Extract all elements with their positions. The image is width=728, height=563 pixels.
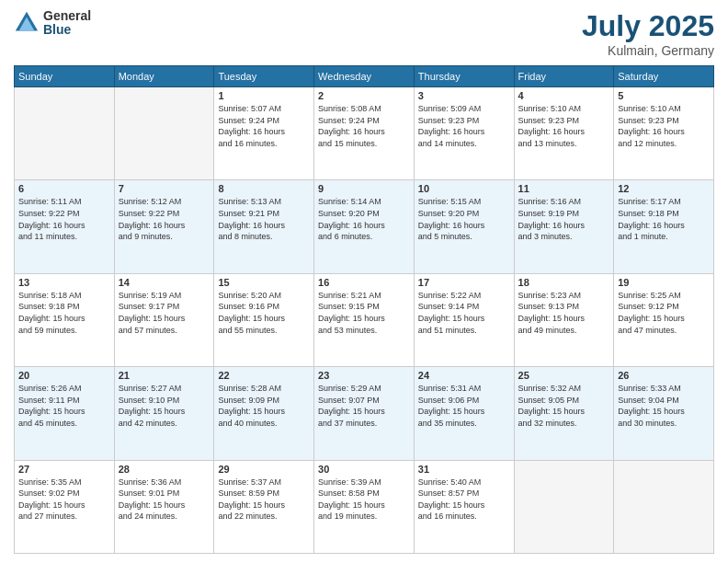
day-number: 9 <box>318 183 410 194</box>
calendar-cell: 3Sunrise: 5:09 AM Sunset: 9:23 PM Daylig… <box>414 87 514 180</box>
calendar-cell: 11Sunrise: 5:16 AM Sunset: 9:19 PM Dayli… <box>514 180 614 273</box>
weekday-header-friday: Friday <box>514 66 614 87</box>
day-number: 12 <box>618 183 710 194</box>
logo-text: General Blue <box>43 9 91 38</box>
day-number: 10 <box>418 183 510 194</box>
day-info: Sunrise: 5:13 AM Sunset: 9:21 PM Dayligh… <box>218 196 310 242</box>
logo-blue: Blue <box>43 23 91 37</box>
day-number: 30 <box>318 464 410 475</box>
day-number: 2 <box>318 90 410 101</box>
week-row-1: 1Sunrise: 5:07 AM Sunset: 9:24 PM Daylig… <box>15 87 714 180</box>
calendar-cell: 5Sunrise: 5:10 AM Sunset: 9:23 PM Daylig… <box>614 87 714 180</box>
calendar-cell: 14Sunrise: 5:19 AM Sunset: 9:17 PM Dayli… <box>114 273 214 366</box>
page: General Blue July 2025 Kulmain, Germany … <box>0 0 728 563</box>
logo-icon <box>14 10 40 36</box>
calendar-cell: 25Sunrise: 5:32 AM Sunset: 9:05 PM Dayli… <box>514 367 614 460</box>
day-number: 7 <box>119 183 210 194</box>
calendar-cell: 29Sunrise: 5:37 AM Sunset: 8:59 PM Dayli… <box>214 460 314 553</box>
week-row-5: 27Sunrise: 5:35 AM Sunset: 9:02 PM Dayli… <box>15 460 714 553</box>
day-info: Sunrise: 5:25 AM Sunset: 9:12 PM Dayligh… <box>618 290 710 336</box>
weekday-header-tuesday: Tuesday <box>214 66 314 87</box>
calendar-cell: 22Sunrise: 5:28 AM Sunset: 9:09 PM Dayli… <box>214 367 314 460</box>
day-number: 23 <box>318 370 410 381</box>
calendar-cell: 6Sunrise: 5:11 AM Sunset: 9:22 PM Daylig… <box>15 180 115 273</box>
day-number: 15 <box>218 277 310 288</box>
day-number: 11 <box>518 183 610 194</box>
day-number: 8 <box>218 183 310 194</box>
calendar-cell: 24Sunrise: 5:31 AM Sunset: 9:06 PM Dayli… <box>414 367 514 460</box>
day-info: Sunrise: 5:10 AM Sunset: 9:23 PM Dayligh… <box>618 103 710 149</box>
calendar-cell: 15Sunrise: 5:20 AM Sunset: 9:16 PM Dayli… <box>214 273 314 366</box>
day-info: Sunrise: 5:40 AM Sunset: 8:57 PM Dayligh… <box>418 477 510 523</box>
calendar-cell: 26Sunrise: 5:33 AM Sunset: 9:04 PM Dayli… <box>614 367 714 460</box>
day-info: Sunrise: 5:20 AM Sunset: 9:16 PM Dayligh… <box>218 290 310 336</box>
header: General Blue July 2025 Kulmain, Germany <box>14 9 714 58</box>
logo: General Blue <box>14 9 91 38</box>
day-number: 25 <box>518 370 610 381</box>
calendar-cell: 23Sunrise: 5:29 AM Sunset: 9:07 PM Dayli… <box>314 367 415 460</box>
day-number: 27 <box>18 464 110 475</box>
calendar-cell <box>114 87 214 180</box>
day-number: 19 <box>618 277 710 288</box>
calendar-cell: 10Sunrise: 5:15 AM Sunset: 9:20 PM Dayli… <box>414 180 514 273</box>
calendar-cell: 8Sunrise: 5:13 AM Sunset: 9:21 PM Daylig… <box>214 180 314 273</box>
calendar-cell: 2Sunrise: 5:08 AM Sunset: 9:24 PM Daylig… <box>314 87 415 180</box>
calendar-cell: 1Sunrise: 5:07 AM Sunset: 9:24 PM Daylig… <box>214 87 314 180</box>
day-info: Sunrise: 5:27 AM Sunset: 9:10 PM Dayligh… <box>119 383 210 429</box>
day-info: Sunrise: 5:08 AM Sunset: 9:24 PM Dayligh… <box>318 103 410 149</box>
day-number: 29 <box>218 464 310 475</box>
calendar-cell: 19Sunrise: 5:25 AM Sunset: 9:12 PM Dayli… <box>614 273 714 366</box>
calendar-cell: 31Sunrise: 5:40 AM Sunset: 8:57 PM Dayli… <box>414 460 514 553</box>
day-number: 22 <box>218 370 310 381</box>
day-info: Sunrise: 5:28 AM Sunset: 9:09 PM Dayligh… <box>218 383 310 429</box>
day-number: 6 <box>18 183 110 194</box>
calendar-cell: 16Sunrise: 5:21 AM Sunset: 9:15 PM Dayli… <box>314 273 415 366</box>
week-row-4: 20Sunrise: 5:26 AM Sunset: 9:11 PM Dayli… <box>15 367 714 460</box>
day-info: Sunrise: 5:15 AM Sunset: 9:20 PM Dayligh… <box>418 196 510 242</box>
day-number: 21 <box>119 370 210 381</box>
day-info: Sunrise: 5:39 AM Sunset: 8:58 PM Dayligh… <box>318 477 410 523</box>
day-info: Sunrise: 5:11 AM Sunset: 9:22 PM Dayligh… <box>18 196 110 242</box>
title-block: July 2025 Kulmain, Germany <box>582 9 714 58</box>
day-number: 17 <box>418 277 510 288</box>
day-info: Sunrise: 5:07 AM Sunset: 9:24 PM Dayligh… <box>218 103 310 149</box>
day-info: Sunrise: 5:36 AM Sunset: 9:01 PM Dayligh… <box>119 477 210 523</box>
day-number: 16 <box>318 277 410 288</box>
day-info: Sunrise: 5:33 AM Sunset: 9:04 PM Dayligh… <box>618 383 710 429</box>
weekday-header-monday: Monday <box>114 66 214 87</box>
day-info: Sunrise: 5:35 AM Sunset: 9:02 PM Dayligh… <box>18 477 110 523</box>
calendar-cell: 30Sunrise: 5:39 AM Sunset: 8:58 PM Dayli… <box>314 460 415 553</box>
day-number: 24 <box>418 370 510 381</box>
weekday-header-row: SundayMondayTuesdayWednesdayThursdayFrid… <box>15 66 714 87</box>
calendar-cell: 17Sunrise: 5:22 AM Sunset: 9:14 PM Dayli… <box>414 273 514 366</box>
day-info: Sunrise: 5:18 AM Sunset: 9:18 PM Dayligh… <box>18 290 110 336</box>
day-number: 4 <box>518 90 610 101</box>
day-info: Sunrise: 5:17 AM Sunset: 9:18 PM Dayligh… <box>618 196 710 242</box>
day-number: 31 <box>418 464 510 475</box>
calendar-cell: 7Sunrise: 5:12 AM Sunset: 9:22 PM Daylig… <box>114 180 214 273</box>
calendar-cell <box>614 460 714 553</box>
day-number: 28 <box>119 464 210 475</box>
calendar-cell <box>514 460 614 553</box>
weekday-header-sunday: Sunday <box>15 66 115 87</box>
calendar-cell: 18Sunrise: 5:23 AM Sunset: 9:13 PM Dayli… <box>514 273 614 366</box>
day-info: Sunrise: 5:21 AM Sunset: 9:15 PM Dayligh… <box>318 290 410 336</box>
day-info: Sunrise: 5:09 AM Sunset: 9:23 PM Dayligh… <box>418 103 510 149</box>
day-info: Sunrise: 5:14 AM Sunset: 9:20 PM Dayligh… <box>318 196 410 242</box>
calendar-cell: 27Sunrise: 5:35 AM Sunset: 9:02 PM Dayli… <box>15 460 115 553</box>
location-title: Kulmain, Germany <box>582 43 714 58</box>
month-title: July 2025 <box>582 9 714 43</box>
day-info: Sunrise: 5:31 AM Sunset: 9:06 PM Dayligh… <box>418 383 510 429</box>
day-number: 20 <box>18 370 110 381</box>
day-info: Sunrise: 5:37 AM Sunset: 8:59 PM Dayligh… <box>218 477 310 523</box>
day-number: 13 <box>18 277 110 288</box>
day-info: Sunrise: 5:22 AM Sunset: 9:14 PM Dayligh… <box>418 290 510 336</box>
day-info: Sunrise: 5:12 AM Sunset: 9:22 PM Dayligh… <box>119 196 210 242</box>
day-info: Sunrise: 5:26 AM Sunset: 9:11 PM Dayligh… <box>18 383 110 429</box>
weekday-header-wednesday: Wednesday <box>314 66 415 87</box>
day-number: 26 <box>618 370 710 381</box>
calendar-cell: 4Sunrise: 5:10 AM Sunset: 9:23 PM Daylig… <box>514 87 614 180</box>
day-number: 14 <box>119 277 210 288</box>
weekday-header-thursday: Thursday <box>414 66 514 87</box>
day-info: Sunrise: 5:29 AM Sunset: 9:07 PM Dayligh… <box>318 383 410 429</box>
